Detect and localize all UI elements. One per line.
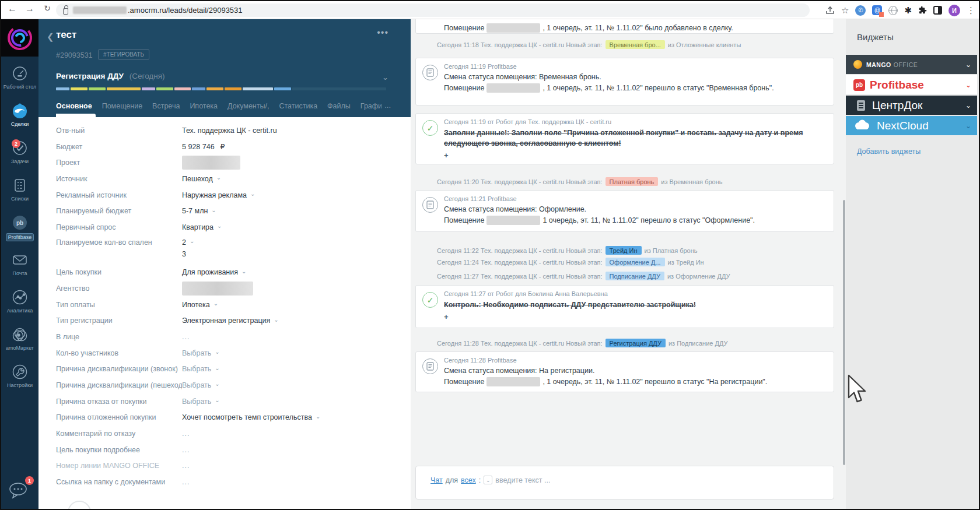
pipeline-segment	[174, 87, 191, 90]
sidebar-item-label: Настройки	[7, 382, 33, 388]
lead-menu-icon[interactable]: •••	[377, 27, 388, 38]
sidebar-item-amomarket[interactable]: amoМаркет	[1, 322, 38, 360]
widget-chevron-down-icon[interactable]: ⌄	[965, 101, 971, 110]
widgets-list: MANGOOFFICE⌄pbProfitbase⌄ЦентрДок⌄NextCl…	[846, 55, 977, 135]
sidebar-item-settings[interactable]: Настройки	[1, 360, 38, 397]
browser-back-icon[interactable]: ←	[6, 3, 19, 14]
field-select[interactable]: Электронная регистрация⌄	[182, 316, 279, 325]
widget-chevron-down-icon[interactable]: ⌄	[965, 81, 971, 89]
chat-input-placeholder[interactable]: введите текст ...	[495, 476, 550, 484]
field-label: Первичный спрос	[56, 223, 182, 231]
phone-extension-icon[interactable]: ✆	[855, 5, 866, 16]
globe-extension-icon[interactable]	[888, 6, 898, 15]
tab-статистика[interactable]: Статистика	[279, 101, 317, 117]
sidebar-item-label: Сделки	[11, 121, 29, 127]
sidebar-item-deals[interactable]: Сделки	[1, 99, 38, 136]
tab-документы-[interactable]: Документы/,	[228, 101, 269, 117]
field-value: Пешеход⌄	[182, 175, 221, 183]
field-row: Причина дисквалификации (пешеходВыбрать⌄	[56, 377, 411, 393]
task-check-icon[interactable]: ✓	[422, 120, 438, 136]
stage-chevron-down-icon[interactable]: ⌄	[382, 73, 388, 82]
widget-chevron-down-icon[interactable]: ⌄	[965, 61, 971, 69]
field-empty-value[interactable]: ...	[182, 462, 190, 470]
timeline-note-card: Сегодня 11:21 ProfitbaseСмена статуса по…	[415, 190, 834, 232]
back-chevron-icon[interactable]: ❮	[47, 31, 54, 42]
add-widgets-link[interactable]: Добавить виджеты	[857, 147, 921, 156]
sidebar-item-tasks[interactable]: 2Задачи	[1, 136, 38, 173]
field-empty-value[interactable]: ...	[182, 478, 190, 486]
tab-файлы[interactable]: Файлы	[327, 101, 351, 117]
sidebar-item-mail[interactable]: Почта	[1, 248, 38, 285]
chat-input-box[interactable]: Чат для всех : ⌄ введите текст ...	[415, 466, 834, 500]
field-empty-value[interactable]: ...	[182, 430, 190, 438]
sidebar-item-lists[interactable]: Списки	[1, 173, 38, 210]
timeline-stage-change: Сегодня 11:18 Тех. поддержка ЦК - certit…	[437, 40, 834, 49]
amocrm-extension-icon[interactable]: @	[872, 5, 882, 15]
note-text: Помещение	[444, 24, 484, 32]
share-icon[interactable]	[825, 6, 835, 15]
field-select[interactable]: Наружная реклама⌄	[182, 191, 255, 199]
stage-chip: Регистрация ДДУ	[606, 339, 666, 347]
task-add-result-button[interactable]: +	[444, 312, 824, 321]
field-row: Отв-ныйТех. поддержка ЦК - certit.ru	[56, 122, 411, 139]
sidebar-item-analytics[interactable]: Аналитика	[1, 285, 38, 322]
field-select[interactable]: Выбрать⌄	[182, 381, 220, 389]
widget-nextcloud[interactable]: NextCloud⌄	[846, 116, 977, 135]
field-label: Планируемый бюджет	[56, 207, 182, 215]
field-select[interactable]: Выбрать⌄	[182, 365, 220, 373]
chat-link[interactable]: Чат	[430, 476, 443, 484]
sidebar-item-profitbase[interactable]: pbProfitbase	[1, 210, 38, 248]
tabs-overflow-icon[interactable]: ...	[384, 101, 391, 110]
task-add-result-button[interactable]: +	[444, 151, 824, 160]
pipeline-segment	[142, 87, 155, 90]
field-select[interactable]: Выбрать⌄	[182, 349, 220, 357]
field-empty-value[interactable]: ...	[182, 446, 190, 454]
pipeline-segment	[107, 87, 141, 90]
field-empty-value[interactable]: ...	[182, 333, 190, 341]
chat-audience-link[interactable]: всех	[461, 476, 476, 484]
field-value: Выбрать⌄	[182, 365, 220, 373]
timeline-stage-change: Сегодня 11:22 Тех. поддержка ЦК - certit…	[437, 246, 834, 255]
field-select[interactable]: Пешеход⌄	[182, 175, 221, 183]
widget-brand-secondary: OFFICE	[894, 61, 918, 68]
bookmark-star-icon[interactable]: ☆	[841, 5, 849, 16]
field-label: Проект	[56, 159, 182, 167]
widget-chevron-down-icon[interactable]: ⌄	[965, 122, 971, 130]
tab-основное[interactable]: Основное	[56, 101, 92, 117]
browser-reload-icon[interactable]: ↻	[41, 3, 54, 13]
url-text: .amocrm.ru/leads/detail/29093531	[128, 6, 243, 15]
document-icon	[422, 197, 438, 213]
browser-forward-icon[interactable]: →	[23, 3, 36, 14]
browser-menu-icon[interactable]: ⋮	[967, 5, 975, 16]
widget-profitbase[interactable]: pbProfitbase⌄	[846, 75, 977, 94]
tab-ипотека[interactable]: Ипотека	[190, 101, 218, 117]
side-panel-icon[interactable]	[933, 6, 942, 15]
stage-selector[interactable]: Регистрация ДДУ (Сегодня)	[56, 72, 165, 80]
task-check-icon[interactable]: ✓	[422, 292, 438, 308]
field-select[interactable]: Выбрать⌄	[182, 398, 220, 406]
address-bar[interactable]: .amocrm.ru/leads/detail/29093531	[56, 3, 810, 17]
tag-button[interactable]: #ТЕГИРОВАТЬ	[98, 49, 149, 60]
field-select[interactable]: 5-7 млн⌄	[182, 207, 216, 215]
field-select[interactable]: Ипотека⌄	[182, 301, 218, 309]
widget-centrdok[interactable]: ЦентрДок⌄	[846, 96, 977, 115]
field-select[interactable]: 2⌄	[182, 238, 194, 247]
asterisk-extension-icon[interactable]: ✱	[904, 5, 912, 16]
sidebar-item-desktop[interactable]: Рабочий стол	[1, 61, 38, 99]
profile-avatar[interactable]: И	[949, 5, 960, 16]
field-select[interactable]: Хочет посмотреть темп строительства⌄	[182, 413, 320, 421]
chat-audience-dropdown-icon[interactable]: ⌄	[484, 476, 492, 484]
tab-помещение[interactable]: Помещение	[102, 101, 142, 117]
widget-mango-office[interactable]: MANGOOFFICE⌄	[846, 55, 977, 74]
field-select[interactable]: Для проживания⌄	[182, 268, 246, 276]
field-select[interactable]: Квартира⌄	[182, 223, 222, 231]
tab-график-плат[interactable]: График плат	[360, 101, 382, 117]
tab-встреча[interactable]: Встреча	[152, 101, 180, 117]
field-row: Проект	[56, 154, 411, 171]
support-chat-icon[interactable]: 1	[8, 481, 32, 501]
field-label: Причина отложенной покупки	[56, 413, 182, 421]
field-value: 5 928 746₽	[182, 142, 225, 151]
amocrm-logo[interactable]	[1, 19, 38, 57]
extensions-puzzle-icon[interactable]	[918, 6, 927, 15]
timeline-scrollbar[interactable]	[843, 200, 845, 465]
